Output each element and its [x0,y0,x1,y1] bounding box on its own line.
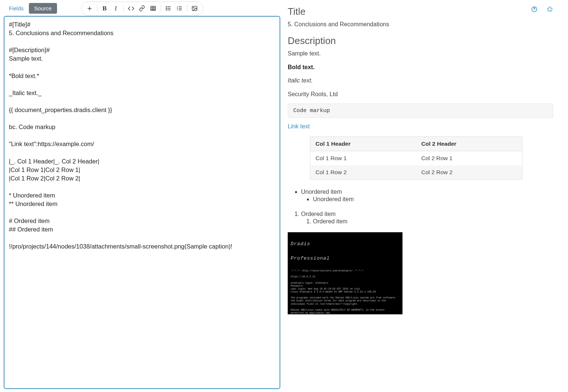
bold-icon[interactable]: B [100,3,110,14]
preview-table: Col 1 Header Col 2 Header Col 1 Row 1 Co… [310,136,522,180]
fullscreen-exit-icon[interactable] [547,6,553,13]
svg-point-8 [166,10,167,10]
ordered-list: Ordered item Ordered item [301,210,553,226]
list-item: Unordered item Unordered item [301,188,553,204]
description-text: Sample text. [288,50,553,58]
tab-fields[interactable]: Fields [4,3,29,14]
plus-icon[interactable] [84,3,95,14]
bullet-list-icon[interactable] [163,3,174,14]
svg-point-1 [534,10,534,11]
list-item: Ordered item Ordered item [301,210,553,226]
bold-text: Bold text. [288,63,553,71]
list-item: Unordered item [313,195,553,203]
screenshot-image: Dradis Professional -*-*-*- http://secur… [288,232,402,314]
svg-point-6 [166,6,167,7]
ordered-list-icon[interactable]: 123 [174,3,185,14]
source-editor[interactable] [4,16,280,389]
code-block: Code markup [288,104,553,118]
svg-point-7 [166,8,167,9]
svg-point-16 [193,7,194,8]
tab-source[interactable]: Source [29,3,57,14]
description-heading: Description [288,35,553,47]
editor-toolbar: B I 123 [81,1,203,16]
table-row: Col 1 Row 1 Col 2 Row 1 [310,151,522,165]
table-icon[interactable] [148,3,158,14]
help-icon[interactable] [531,6,538,13]
table-header: Col 1 Header [310,136,416,151]
unordered-list: Unordered item Unordered item [301,188,553,204]
list-item: Ordered item [313,217,553,226]
preview-link[interactable]: Link text [288,123,310,130]
svg-rect-2 [151,6,156,10]
preview-pane: Title 5. Conclusions and Recommendations… [284,0,568,392]
table-header: Col 2 Header [416,136,522,151]
title-text: 5. Conclusions and Recommendations [288,20,553,28]
title-heading: Title [288,6,553,17]
table-row: Col 1 Row 2 Col 2 Row 2 [310,165,522,180]
italic-icon[interactable]: I [111,3,121,14]
svg-text:3: 3 [177,9,178,11]
code-icon[interactable] [126,3,136,14]
image-icon[interactable] [190,3,200,14]
client-text: Security Roots, Ltd [288,90,553,98]
editor-tabs: Fields Source B I [4,3,280,14]
link-icon[interactable] [137,3,147,14]
italic-text: Italic text. [288,77,553,85]
